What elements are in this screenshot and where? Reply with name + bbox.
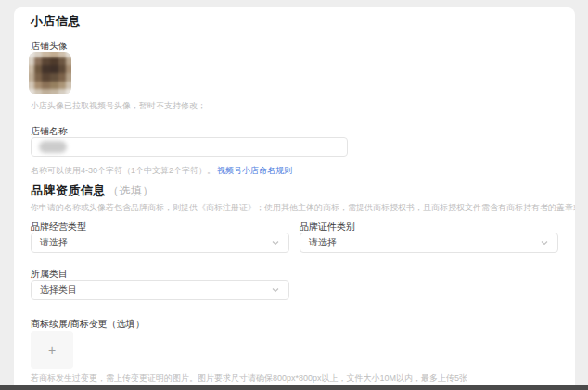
category-select[interactable]: 选择类目 <box>31 280 289 300</box>
plus-icon: + <box>48 344 56 357</box>
cert-type-select[interactable]: 请选择 <box>300 233 558 253</box>
window-bottom-edge <box>0 385 588 390</box>
store-name-note-text: 名称可以使用4-30个字符（1个中文算2个字符）。 <box>31 166 215 175</box>
trademark-upload-button[interactable]: + <box>31 331 73 369</box>
store-avatar-label: 店铺头像 <box>31 40 68 53</box>
category-label: 所属类目 <box>31 268 68 281</box>
brand-info-optional-suffix: （选填） <box>108 184 154 197</box>
section-title-brand-info: 品牌资质信息（选填） <box>31 182 154 199</box>
avatar-note: 小店头像已拉取视频号头像，暂时不支持修改； <box>31 100 206 112</box>
redacted-store-name <box>39 141 67 153</box>
brand-type-select[interactable]: 请选择 <box>31 233 289 253</box>
store-name-input[interactable] <box>31 137 348 157</box>
chevron-down-icon <box>271 234 280 251</box>
section-title-shop-info: 小店信息 <box>31 13 81 30</box>
category-placeholder: 选择类目 <box>40 283 77 296</box>
page-background: 小店信息 店铺头像 小店头像已拉取视频号头像，暂时不支持修改； 店铺名称 名称可… <box>0 0 588 390</box>
cert-type-label: 品牌证件类别 <box>300 220 355 233</box>
shop-info-card: 小店信息 店铺头像 小店头像已拉取视频号头像，暂时不支持修改； 店铺名称 名称可… <box>14 7 575 386</box>
avatar-pixelated-mosaic <box>29 52 71 94</box>
chevron-down-icon <box>540 234 549 251</box>
naming-rules-link[interactable]: 视频号小店命名规则 <box>217 166 292 175</box>
cert-type-placeholder: 请选择 <box>309 236 337 249</box>
trademark-change-label: 商标续展/商标变更（选填） <box>31 318 145 331</box>
brand-info-title-text: 品牌资质信息 <box>31 183 106 197</box>
store-name-label: 店铺名称 <box>31 125 68 138</box>
brand-type-placeholder: 请选择 <box>40 236 68 249</box>
store-avatar-image <box>29 52 71 94</box>
brand-info-description: 你申请的名称或头像若包含品牌商标，则提供《商标注册证》；使用其他主体的商标，需提… <box>31 202 575 214</box>
trademark-upload-note: 若商标发生过变更，需上传变更证明的图片。图片要求尺寸请确保800px*800px… <box>31 372 467 384</box>
store-name-note: 名称可以使用4-30个字符（1个中文算2个字符）。视频号小店命名规则 <box>31 165 292 177</box>
brand-type-label: 品牌经营类型 <box>31 220 86 233</box>
chevron-down-icon <box>271 282 280 298</box>
